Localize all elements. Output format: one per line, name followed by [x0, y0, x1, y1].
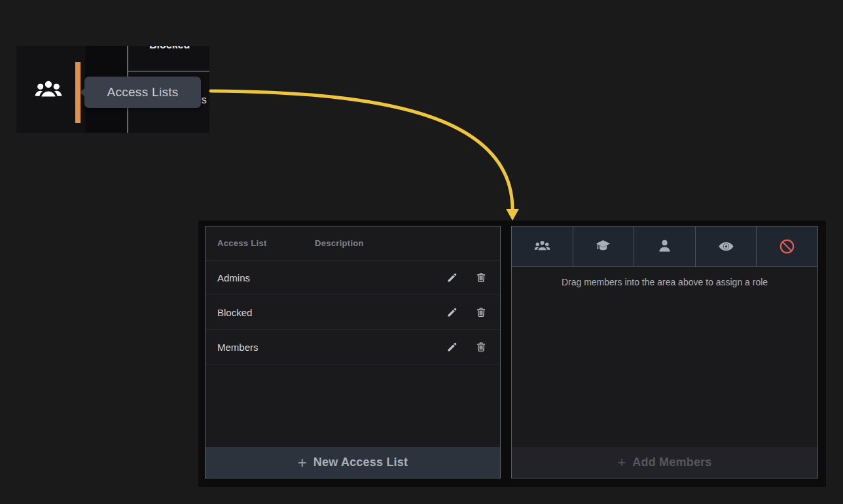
page: Blocked Members Access Lists Access List [0, 0, 843, 504]
new-access-list-button[interactable]: + New Access List [206, 447, 500, 478]
delete-trash-icon[interactable] [475, 341, 487, 353]
role-cell-blocked[interactable] [757, 226, 817, 266]
access-lists-panel: Access List Description Admins Blocked [205, 226, 501, 478]
person-icon [656, 238, 673, 255]
plus-icon: + [298, 455, 307, 471]
plus-icon: + [617, 456, 626, 470]
role-cell-members[interactable] [634, 226, 696, 266]
tooltip-label: Access Lists [107, 85, 178, 99]
delete-trash-icon[interactable] [475, 306, 487, 318]
role-cell-observers[interactable] [696, 226, 757, 266]
people-group-icon[interactable] [33, 75, 63, 106]
sidebar-screenshot-fragment: Blocked Members Access Lists [16, 46, 209, 133]
column-header-access-list: Access List [217, 238, 315, 248]
add-members-label: Add Members [632, 456, 711, 469]
row-separator [128, 71, 209, 72]
row-actions [446, 306, 487, 318]
access-list-name: Admins [217, 272, 250, 283]
tooltip: Access Lists [84, 77, 201, 108]
flow-arrow-head [506, 209, 519, 221]
members-panel: Drag members into the area above to assi… [511, 226, 818, 478]
role-cell-admins[interactable] [512, 226, 573, 266]
panels-container: Access List Description Admins Blocked [198, 221, 826, 487]
eye-icon [717, 238, 735, 255]
people-group-icon [533, 238, 551, 255]
column-header-description: Description [315, 238, 364, 248]
edit-pencil-icon[interactable] [446, 306, 458, 318]
access-list-name: Blocked [217, 307, 252, 318]
add-members-button[interactable]: + Add Members [512, 447, 817, 478]
table-row-admins[interactable]: Admins [206, 261, 500, 295]
drag-hint-text: Drag members into the area above to assi… [512, 267, 817, 287]
delete-trash-icon[interactable] [475, 272, 487, 283]
graduation-cap-icon [594, 238, 612, 255]
access-list-name: Members [217, 342, 259, 353]
row-actions [446, 341, 487, 353]
new-access-list-label: New Access List [314, 456, 408, 469]
table-header: Access List Description [206, 226, 500, 261]
role-drop-bar [512, 226, 817, 267]
role-cell-moderators[interactable] [573, 226, 635, 266]
edit-pencil-icon[interactable] [446, 341, 458, 353]
row-actions [446, 272, 487, 283]
partial-row-blocked: Blocked [149, 46, 190, 51]
table-row-members[interactable]: Members [206, 330, 500, 365]
flow-arrow-shaft [211, 91, 512, 209]
edit-pencil-icon[interactable] [446, 272, 458, 283]
prohibition-icon [778, 238, 796, 255]
table-row-blocked[interactable]: Blocked [206, 295, 500, 330]
